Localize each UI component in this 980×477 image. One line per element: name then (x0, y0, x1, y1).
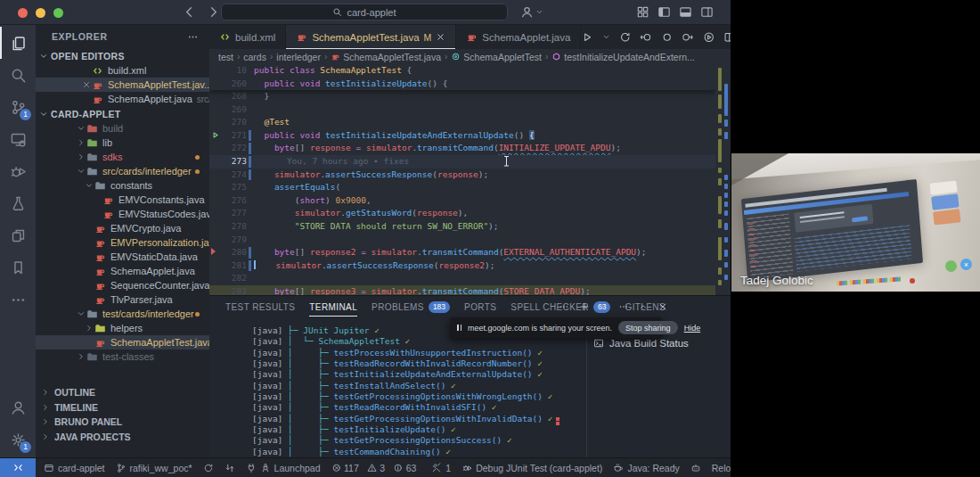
activity-bar-item-testing[interactable] (0, 187, 36, 219)
status-item-launchpad[interactable]: Launchpad (246, 463, 321, 473)
code-line[interactable]: 272 byte[] response = simulator.transmit… (209, 142, 715, 155)
more-button[interactable] (559, 301, 569, 312)
code-line[interactable]: 281 simulator.assertSuccessResponse(resp… (209, 259, 715, 273)
breadcrumb-item[interactable]: interledger (276, 52, 321, 62)
status-item-workspace[interactable]: card-applet (44, 463, 105, 473)
activity-bar-item-run-and-debug[interactable] (0, 155, 36, 187)
tree-item[interactable]: SchemaApplet.java (36, 264, 209, 278)
status-item-branch[interactable]: rafiki_ww_poc* (116, 463, 192, 473)
activity-bar-item-settings[interactable]: 1 (0, 424, 36, 456)
open-editors-header[interactable]: OPEN EDITORS (36, 48, 209, 63)
test-name[interactable]: testInitializeUpdateAndExternalUpdate() (334, 369, 533, 379)
tree-item[interactable]: test-classes (36, 350, 209, 364)
panel-tab-problems[interactable]: PROBLEMS183 (372, 301, 450, 313)
status-item-debug-session[interactable]: Debug JUnit Test (card-applet) (461, 463, 602, 473)
breadcrumb-item[interactable]: SchemaAppletTest.java (331, 52, 441, 62)
split-button[interactable] (723, 31, 731, 44)
tree-item[interactable]: constants (36, 178, 209, 193)
sidebar-section-java-projects[interactable]: JAVA PROJECTS (36, 430, 209, 445)
panel-tab-terminal[interactable]: TERMINAL (309, 302, 357, 312)
test-name[interactable]: testGetProcessingOptionsWithWrongLength(… (334, 391, 543, 401)
test-name[interactable]: SchemaAppletTest (318, 336, 400, 346)
minimize-window-button[interactable] (36, 8, 45, 18)
activity-bar-item-remote-explorer[interactable] (0, 123, 36, 155)
more-button[interactable] (618, 301, 629, 312)
code-line[interactable]: 268 } (209, 90, 715, 103)
run-test-icon[interactable] (211, 131, 219, 139)
code-line[interactable]: 269 (209, 103, 715, 117)
tree-item[interactable]: EMVCrypto.java (36, 221, 209, 235)
more-actions-icon[interactable] (187, 31, 199, 43)
status-item-tasks[interactable]: 1 (431, 463, 451, 473)
hide-toast-link[interactable]: Hide (684, 324, 701, 333)
code-line[interactable]: 275 assertEquals( (209, 181, 715, 194)
code-line[interactable]: 274 simulator.assertSuccessResponse(resp… (209, 169, 715, 182)
code-line[interactable]: 280 byte[] response2 = simulator.transmi… (209, 246, 715, 259)
tree-item[interactable]: helpers (36, 321, 209, 335)
code-line[interactable]: 282 (209, 272, 715, 285)
open-editor-item[interactable]: SchemaApplet.javasrc/card... (36, 92, 209, 106)
test-name[interactable]: testInstallAndSelect() (334, 381, 446, 391)
test-name[interactable]: testProcessWithUnsupportedInstruction() (334, 348, 533, 358)
command-center-search[interactable]: card-applet (221, 4, 508, 21)
video-call-tile[interactable]: × Tadej Golobic (731, 153, 980, 292)
close-editor-icon[interactable] (82, 80, 92, 89)
chevron-down-button[interactable] (600, 302, 608, 311)
panel-right-button[interactable] (700, 5, 714, 19)
panel-tab-test-results[interactable]: TEST RESULTS (225, 302, 295, 312)
code-editor[interactable]: 268 }269270 @Test271 public void testIni… (209, 64, 731, 295)
status-item-copilot[interactable] (690, 463, 701, 473)
close-tab-icon[interactable] (436, 32, 445, 42)
status-item-java-status[interactable]: Java: Ready (613, 463, 679, 473)
zoom-window-button[interactable] (53, 8, 63, 18)
panel-tab-ports[interactable]: PORTS (464, 302, 496, 312)
tree-item[interactable]: sdks (36, 150, 209, 164)
tree-item[interactable]: TlvParser.java (36, 292, 209, 307)
code-line[interactable]: 279 (209, 234, 715, 247)
tree-item[interactable]: src/cards/interledger (36, 164, 209, 178)
breadcrumb-item[interactable]: testInitializeUpdateAndExtern... (551, 52, 695, 62)
profiles-menu[interactable] (520, 5, 543, 19)
tree-item[interactable]: build (36, 121, 209, 136)
nav-back-icon[interactable] (183, 5, 196, 19)
panel-left-button[interactable] (657, 5, 671, 19)
nav-forward-icon[interactable] (207, 5, 220, 19)
back-circle-button[interactable] (640, 31, 652, 44)
activity-bar-item-source-control[interactable]: 1 (0, 91, 36, 123)
close-button[interactable] (657, 301, 668, 312)
status-item-reload[interactable]: Reload (712, 463, 731, 473)
activity-bar-item-bookmarks[interactable] (0, 251, 36, 284)
minimap[interactable] (715, 64, 731, 295)
open-editor-item[interactable]: build.xml (36, 63, 209, 78)
tree-item[interactable]: EMVStaticData.java (36, 250, 209, 264)
plus-button[interactable] (579, 301, 590, 312)
terminal-output[interactable]: [java] ├─ JUnit Jupiter ✓[java] │ └─ Sch… (252, 325, 559, 457)
sidebar-section-timeline[interactable]: TIMELINE (36, 400, 209, 415)
code-line[interactable]: 271 public void testInitializeUpdateAndE… (209, 129, 715, 143)
open-editor-item[interactable]: SchemaAppletTest.jav...M (36, 78, 209, 92)
tree-item[interactable]: lib (36, 136, 209, 150)
activity-bar-item-accounts[interactable] (0, 391, 36, 424)
activity-bar-item-more[interactable] (0, 284, 36, 316)
tab-schemaapplet-java[interactable]: SchemaApplet.java (456, 25, 581, 49)
sticky-line[interactable]: 10public class SchemaAppletTest { (209, 64, 715, 78)
test-name[interactable]: testInitializeUpdate() (334, 424, 446, 434)
breadcrumb-item[interactable]: test (218, 52, 233, 62)
dot-circle-button[interactable] (661, 31, 674, 44)
tab-build-xml[interactable]: build.xml (209, 25, 286, 49)
chevron-up-button[interactable] (639, 302, 648, 311)
code-line[interactable]: 273 You, 7 hours ago • fixes (209, 155, 715, 169)
test-name[interactable]: testReadRecordWithInvalidSFI() (334, 402, 487, 412)
activity-bar-item-references[interactable] (0, 219, 36, 251)
terminal-list-item[interactable]: Java Build Status (593, 338, 689, 349)
test-name[interactable]: testGetProcessingOptionsWithInvalidData(… (334, 414, 543, 424)
run-button[interactable] (581, 31, 593, 44)
code-line[interactable]: 277 simulator.getStatusWord(response), (209, 207, 715, 220)
sticky-line[interactable]: 260 public void testInitializeUpdate() { (209, 78, 715, 91)
tree-item[interactable]: SchemaAppletTest.javaM (36, 335, 209, 350)
tree-item[interactable]: EMVPersonalization.java1 (36, 235, 209, 250)
test-name[interactable]: testCommandChaining() (334, 447, 441, 456)
tree-item[interactable]: test/cards/interledger (36, 307, 209, 321)
tab-schemaapplettest-java[interactable]: SchemaAppletTest.javaM (286, 25, 456, 49)
test-name[interactable]: testGetProcessingOptionsSuccess() (334, 435, 502, 445)
